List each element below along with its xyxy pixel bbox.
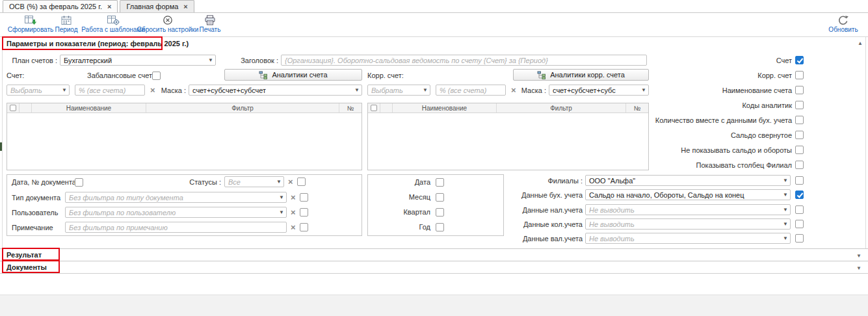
params-section-title: Параметры и показатели (период: февраль … (7, 40, 189, 47)
header-input[interactable] (281, 55, 647, 66)
documents-section-header[interactable]: Документы ▼ (0, 261, 868, 273)
clear-icon[interactable]: × (291, 208, 296, 217)
reset-icon (163, 15, 173, 25)
date-num-checkbox[interactable] (75, 178, 83, 187)
option-label-quantity: Количество вместе с данными бух. учета (605, 115, 792, 126)
generate-button[interactable]: Сформировать (9, 15, 52, 33)
status-checkbox[interactable] (297, 178, 306, 186)
chevron-down-icon: ▼ (783, 192, 788, 198)
month-flag-checkbox[interactable] (436, 193, 444, 202)
period-button[interactable]: Период (52, 15, 81, 33)
accounting-data-select[interactable]: Сальдо на начало, Обороты, Сальдо на кон… (585, 189, 791, 200)
account-analytics-button[interactable]: Аналитики счета (224, 69, 362, 81)
option-label-branch-column: Показывать столбец Филиал (605, 160, 792, 171)
chart-of-accounts-select[interactable]: Бухгалтерский ▼ (60, 55, 216, 66)
chevron-down-icon: ▼ (279, 209, 284, 216)
generate-icon (24, 15, 37, 25)
app-window: ОСВ (%) за февраль 2025 г. × Главная фор… (0, 0, 868, 316)
tax-data-select[interactable]: Не выводить ▼ (585, 204, 791, 215)
refresh-icon (837, 15, 849, 25)
user-select[interactable]: Без фильтра по пользователю ▼ (65, 207, 287, 218)
templates-button[interactable]: Работа с шаблонами (82, 15, 144, 33)
currency-data-select[interactable]: Не выводить ▼ (585, 233, 791, 244)
quantity-data-checkbox[interactable] (795, 220, 804, 228)
mask-value: счет+субсчет+субсчет (192, 86, 266, 94)
option-checkbox-analytics-codes[interactable] (795, 101, 804, 109)
offbalance-checkbox[interactable] (152, 72, 161, 80)
account-grid-body[interactable] (7, 113, 362, 170)
note-checkbox[interactable] (300, 223, 308, 231)
quarter-flag-checkbox[interactable] (436, 208, 444, 217)
toolbar: Сформировать Период (0, 13, 868, 37)
chevron-down-icon: ▼ (783, 235, 788, 242)
account-select[interactable]: Выбрать ▼ (7, 85, 70, 96)
date-flag-checkbox[interactable] (436, 178, 444, 187)
currency-data-checkbox[interactable] (795, 234, 804, 243)
quantity-data-value: Не выводить (589, 220, 635, 228)
branches-checkbox[interactable] (795, 176, 804, 185)
option-checkbox-corr-account[interactable] (795, 71, 804, 79)
quantity-data-select[interactable]: Не выводить ▼ (585, 218, 791, 230)
accounting-data-checkbox[interactable] (795, 191, 804, 199)
clear-icon[interactable]: × (150, 86, 155, 94)
year-flag-checkbox[interactable] (436, 223, 444, 231)
option-checkbox-collapsed-balance[interactable] (795, 131, 804, 139)
option-label-account-name: Наименование счета (605, 85, 792, 96)
option-checkbox-quantity[interactable] (795, 116, 804, 124)
chevron-down-icon: ▼ (62, 87, 67, 94)
status-select[interactable]: Все ▼ (224, 176, 284, 187)
clear-icon[interactable]: × (288, 178, 293, 186)
account-mask-input[interactable] (75, 85, 145, 96)
expand-down-icon[interactable]: ▼ (856, 265, 861, 271)
grid-header: Наименование Фильтр № (7, 103, 362, 113)
select-all-checkbox[interactable] (371, 105, 377, 111)
close-icon[interactable]: × (107, 3, 111, 10)
col-num: № (339, 103, 362, 112)
doc-type-checkbox[interactable] (300, 193, 308, 202)
note-input[interactable] (65, 222, 287, 233)
chevron-down-icon: ▼ (423, 87, 428, 94)
reset-settings-button[interactable]: Сбросить настройки (138, 15, 198, 33)
option-checkbox-hide-balance[interactable] (795, 146, 804, 154)
chevron-down-icon: ▼ (783, 178, 788, 184)
mask-label: Маска : (157, 85, 186, 96)
expand-down-icon[interactable]: ▼ (856, 253, 861, 259)
tab-label: Главная форма (126, 3, 178, 10)
option-checkbox-branch-column[interactable] (795, 161, 804, 169)
left-edge-marker (0, 142, 2, 151)
option-label-collapsed-balance: Сальдо свернутое (605, 130, 792, 141)
section-divider (0, 273, 868, 274)
accounting-data-label: Данные бух. учета (507, 190, 583, 201)
doc-type-placeholder: Без фильтра по типу документа (69, 194, 183, 202)
option-checkbox-account-name[interactable] (795, 86, 804, 94)
branches-select[interactable]: ООО "Альфа" ▼ (585, 175, 791, 186)
documents-title: Документы (7, 263, 47, 271)
select-all-checkbox[interactable] (10, 105, 16, 111)
clear-icon[interactable]: × (291, 193, 296, 202)
clear-icon[interactable]: × (511, 86, 516, 94)
corr-account-select[interactable]: Выбрать ▼ (367, 85, 430, 96)
tab-main-form[interactable]: Главная форма × (120, 0, 194, 12)
chart-of-accounts-label: План счетов : (10, 55, 57, 66)
branches-value: ООО "Альфа" (589, 177, 635, 185)
tax-data-label: Данные нал.учета (507, 205, 583, 216)
offbalance-label: Забалансовые счета (87, 70, 156, 81)
option-checkbox-account[interactable] (795, 56, 804, 64)
header-label: Заголовок : (233, 55, 278, 66)
doc-type-label: Тип документа (12, 192, 60, 204)
close-icon[interactable]: × (183, 3, 187, 10)
print-button[interactable]: Печать (197, 15, 223, 33)
user-checkbox[interactable] (300, 208, 308, 217)
tab-label: ОСВ (%) за февраль 2025 г. (9, 3, 102, 10)
clear-icon[interactable]: × (291, 223, 296, 231)
tab-bar: ОСВ (%) за февраль 2025 г. × Главная фор… (0, 0, 868, 13)
doc-type-select[interactable]: Без фильтра по типу документа ▼ (65, 192, 287, 203)
mask-select[interactable]: счет+субсчет+субсчет ▼ (189, 85, 362, 96)
result-section-header[interactable]: Результат ▼ (0, 248, 868, 261)
refresh-button[interactable]: Обновить (826, 15, 860, 33)
quarter-flag-label: Квартал (371, 207, 430, 218)
tax-data-checkbox[interactable] (795, 205, 804, 214)
corr-mask-input[interactable] (436, 85, 506, 96)
tab-osv-report[interactable]: ОСВ (%) за февраль 2025 г. × (3, 0, 118, 12)
collapse-up-icon[interactable]: ▲ (858, 40, 863, 46)
